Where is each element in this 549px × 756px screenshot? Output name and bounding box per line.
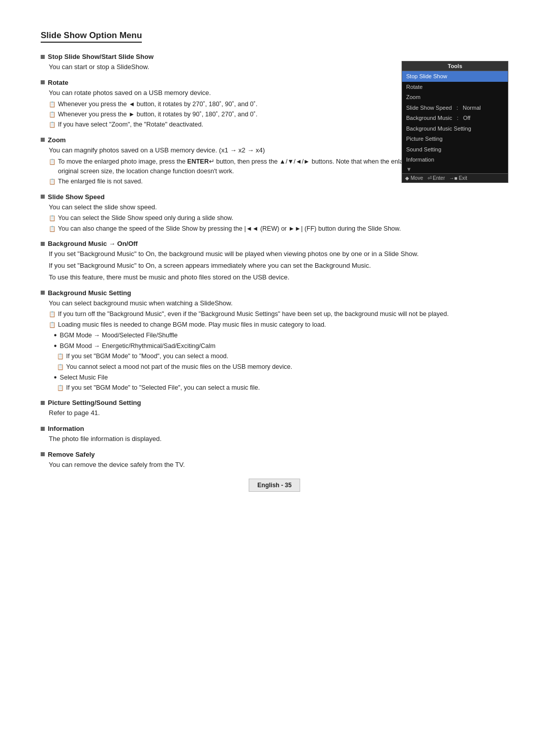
tv-menu-item-4[interactable]: Slide Show Speed : Normal bbox=[402, 103, 508, 113]
note-icon: 📋 bbox=[57, 384, 64, 392]
section-bgm-setting-body: You can select background music when wat… bbox=[49, 298, 508, 309]
dot-icon: • bbox=[54, 330, 57, 340]
section-picture-sound-title: Picture Setting/Sound Setting bbox=[41, 399, 508, 406]
section-background-music-body: If you set "Background Music" to On, the… bbox=[49, 249, 508, 282]
bullet-icon bbox=[41, 242, 45, 246]
section-information: Information The photo file information i… bbox=[41, 425, 508, 445]
note-icon: 📋 bbox=[49, 321, 56, 329]
note-text: Whenever you press the ◄ button, it rota… bbox=[58, 100, 257, 109]
bullet-icon bbox=[41, 401, 45, 405]
body-line-1: If you set "Background Music" to On, the… bbox=[49, 249, 508, 260]
note-icon: 📋 bbox=[49, 214, 56, 223]
section-information-body: The photo file information is displayed. bbox=[49, 434, 508, 445]
bullet-text: Select Music File bbox=[60, 372, 108, 383]
dot-icon: • bbox=[54, 372, 57, 382]
bullet-item: • BGM Mode → Mood/Selected File/Shuffle bbox=[54, 330, 508, 340]
note-text: The enlarged file is not saved. bbox=[58, 177, 143, 186]
tv-menu-item-5[interactable]: Background Music : Off bbox=[402, 113, 508, 123]
body-line-2: If you set "Background Music" to On, a s… bbox=[49, 261, 508, 271]
note-text: If you turn off the "Background Music", … bbox=[58, 309, 449, 319]
section-background-music-setting-title: Background Music Setting bbox=[41, 289, 508, 297]
page-footer: English - 35 bbox=[249, 479, 300, 492]
note-line: 📋 Loading music files is needed to chang… bbox=[49, 320, 508, 330]
section-background-music-setting: Background Music Setting You can select … bbox=[41, 289, 508, 393]
note-icon: 📋 bbox=[49, 100, 56, 109]
dot-icon: • bbox=[54, 341, 57, 351]
section-remove-safely-body: You can remove the device safely from th… bbox=[49, 460, 508, 470]
note-line: 📋 You cannot select a mood not part of t… bbox=[57, 362, 508, 372]
section-slideshow-speed-body: You can select the slide show speed. bbox=[49, 202, 508, 213]
bullet-icon bbox=[41, 55, 45, 59]
note-line: 📋 You can select the Slide Show speed on… bbox=[49, 213, 508, 223]
bullet-icon bbox=[41, 452, 45, 456]
note-icon: 📋 bbox=[49, 110, 56, 119]
tv-panel-footer: ◆ Move ⏎ Enter →■ Exit bbox=[402, 173, 508, 182]
bullet-icon bbox=[41, 138, 45, 142]
body-line-3: To use this feature, there must be music… bbox=[49, 272, 508, 283]
bullet-item: • Select Music File bbox=[54, 372, 508, 383]
section-picture-sound-setting: Picture Setting/Sound Setting Refer to p… bbox=[41, 399, 508, 419]
bullet-icon bbox=[41, 80, 45, 84]
tv-footer-text: ◆ Move ⏎ Enter →■ Exit bbox=[405, 175, 467, 181]
page: Slide Show Option Menu Tools Stop Slide … bbox=[0, 0, 549, 517]
page-title: Slide Show Option Menu bbox=[41, 30, 142, 43]
note-icon: 📋 bbox=[49, 225, 56, 233]
section-background-music-title: Background Music → On/Off bbox=[41, 240, 508, 247]
section-slideshow-speed: Slide Show Speed You can select the slid… bbox=[41, 193, 508, 234]
note-text: You can also change the speed of the Sli… bbox=[58, 224, 401, 234]
tv-menu-item-7[interactable]: Picture Setting bbox=[402, 134, 508, 144]
tv-menu-item-1[interactable]: Stop Slide Show bbox=[402, 71, 508, 82]
tv-menu-item-9[interactable]: Information bbox=[402, 154, 508, 165]
note-icon: 📋 bbox=[57, 363, 64, 371]
section-background-music: Background Music → On/Off If you set "Ba… bbox=[41, 240, 508, 282]
note-icon: 📋 bbox=[57, 352, 64, 361]
bullet-icon bbox=[41, 195, 45, 199]
note-text: If you have select "Zoom", the "Rotate" … bbox=[58, 120, 203, 130]
bullet-text: BGM Mode → Mood/Selected File/Shuffle bbox=[60, 330, 178, 340]
tv-menu-item-3[interactable]: Zoom bbox=[402, 92, 508, 103]
note-text: You cannot select a mood not part of the… bbox=[66, 362, 292, 372]
note-text: Whenever you press the ► button, it rota… bbox=[58, 110, 257, 119]
note-line: 📋 If you set "BGM Mode" to "Mood", you c… bbox=[57, 352, 508, 361]
section-slideshow-speed-notes: 📋 You can select the Slide Show speed on… bbox=[49, 213, 508, 234]
note-text: You can select the Slide Show speed only… bbox=[58, 213, 233, 223]
bullet-text: BGM Mood → Energetic/Rhythmical/Sad/Exci… bbox=[60, 341, 216, 351]
note-icon: 📋 bbox=[49, 120, 56, 129]
section-picture-sound-body: Refer to page 41. bbox=[49, 408, 508, 419]
section-stop-start-title: Stop Slide Show/Start Slide Show bbox=[41, 53, 508, 60]
footer-text: English - 35 bbox=[257, 482, 291, 489]
section-remove-safely: Remove Safely You can remove the device … bbox=[41, 451, 508, 470]
note-text: Loading music files is needed to change … bbox=[58, 320, 326, 330]
tv-menu-item-6[interactable]: Background Music Setting bbox=[402, 123, 508, 134]
section-information-title: Information bbox=[41, 425, 508, 432]
note-text: If you set "BGM Mode" to "Selected File"… bbox=[66, 383, 260, 393]
note-line: 📋 You can also change the speed of the S… bbox=[49, 224, 508, 234]
tv-menu-item-2[interactable]: Rotate bbox=[402, 82, 508, 92]
note-icon: 📋 bbox=[49, 310, 56, 319]
section-bgm-setting-notes: 📋 If you turn off the "Background Music"… bbox=[49, 309, 508, 393]
section-remove-safely-title: Remove Safely bbox=[41, 451, 508, 458]
note-line: 📋 If you set "BGM Mode" to "Selected Fil… bbox=[57, 383, 508, 393]
note-icon: 📋 bbox=[49, 158, 56, 166]
note-line: 📋 If you turn off the "Background Music"… bbox=[49, 309, 508, 319]
section-slideshow-speed-title: Slide Show Speed bbox=[41, 193, 508, 201]
bullet-icon bbox=[41, 291, 45, 295]
tv-panel: Tools Stop Slide Show Rotate Zoom Slide … bbox=[402, 61, 508, 183]
bullet-item: • BGM Mood → Energetic/Rhythmical/Sad/Ex… bbox=[54, 341, 508, 351]
tv-panel-title: Tools bbox=[402, 61, 508, 71]
note-text: If you set "BGM Mode" to "Mood", you can… bbox=[66, 352, 228, 361]
tv-menu-item-8[interactable]: Sound Setting bbox=[402, 144, 508, 155]
note-icon: 📋 bbox=[49, 177, 56, 186]
bullet-icon bbox=[41, 427, 45, 431]
